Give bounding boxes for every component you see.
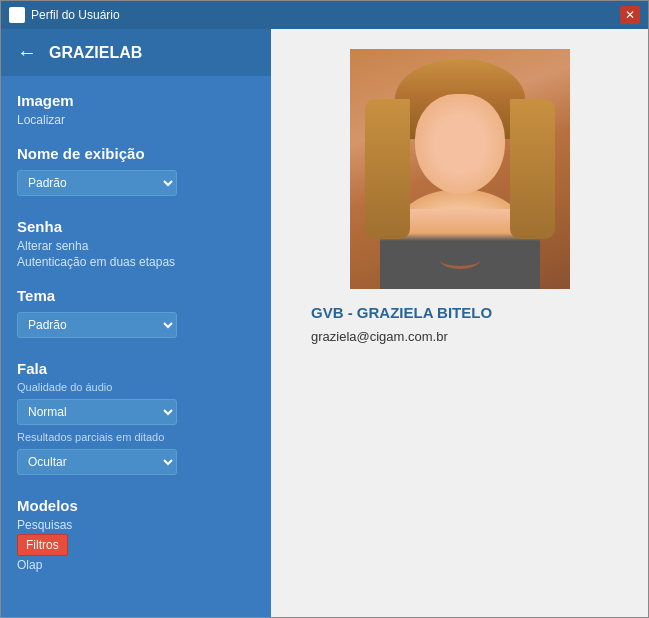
models-section-title: Modelos: [17, 497, 255, 514]
image-find-link[interactable]: Localizar: [17, 113, 255, 127]
theme-select[interactable]: Padrão Escuro Claro: [17, 312, 177, 338]
audio-quality-label: Qualidade do áudio: [17, 381, 255, 393]
sidebar-header: ← GRAZIELAB: [1, 29, 271, 76]
section-image: Imagem Localizar: [1, 84, 271, 137]
filters-link[interactable]: Filtros: [17, 534, 68, 556]
section-theme: Tema Padrão Escuro Claro: [1, 279, 271, 352]
user-full-name: GVB - GRAZIELA BITELO: [311, 304, 492, 321]
window-title: Perfil do Usuário: [31, 8, 120, 22]
content-area: ← GRAZIELAB Imagem Localizar Nome de exi…: [1, 29, 648, 617]
display-name-select[interactable]: Padrão Nome completo Apelido: [17, 170, 177, 196]
back-button[interactable]: ←: [17, 41, 37, 64]
window: Perfil do Usuário ✕ ← GRAZIELAB Imagem L…: [0, 0, 649, 618]
title-bar: Perfil do Usuário ✕: [1, 1, 648, 29]
profile-photo: [350, 49, 570, 289]
title-bar-left: Perfil do Usuário: [9, 7, 120, 23]
face-decoration: [415, 94, 505, 194]
searches-link[interactable]: Pesquisas: [17, 518, 255, 532]
sidebar: ← GRAZIELAB Imagem Localizar Nome de exi…: [1, 29, 271, 617]
speech-section-title: Fala: [17, 360, 255, 377]
theme-section-title: Tema: [17, 287, 255, 304]
section-speech: Fala Qualidade do áudio Normal Alta Baix…: [1, 352, 271, 489]
password-section-title: Senha: [17, 218, 255, 235]
title-bar-controls: ✕: [620, 6, 640, 24]
section-password: Senha Alterar senha Autenticação em duas…: [1, 210, 271, 279]
sidebar-username: GRAZIELAB: [49, 44, 142, 62]
olap-link[interactable]: Olap: [17, 558, 255, 572]
partial-results-select[interactable]: Ocultar Mostrar: [17, 449, 177, 475]
hair-right-decoration: [510, 99, 555, 239]
section-models: Modelos Pesquisas Filtros Olap: [1, 489, 271, 582]
two-factor-link[interactable]: Autenticação em duas etapas: [17, 255, 255, 269]
section-display-name: Nome de exibição Padrão Nome completo Ap…: [1, 137, 271, 210]
hair-left-decoration: [365, 99, 410, 239]
display-name-section-title: Nome de exibição: [17, 145, 255, 162]
audio-quality-select[interactable]: Normal Alta Baixa: [17, 399, 177, 425]
app-icon: [9, 7, 25, 23]
image-section-title: Imagem: [17, 92, 255, 109]
close-button[interactable]: ✕: [620, 6, 640, 24]
main-content: GVB - GRAZIELA BITELO graziela@cigam.com…: [271, 29, 648, 617]
partial-results-label: Resultados parciais em ditado: [17, 431, 255, 443]
change-password-link[interactable]: Alterar senha: [17, 239, 255, 253]
smile-decoration: [440, 251, 480, 269]
user-email: graziela@cigam.com.br: [311, 329, 448, 344]
